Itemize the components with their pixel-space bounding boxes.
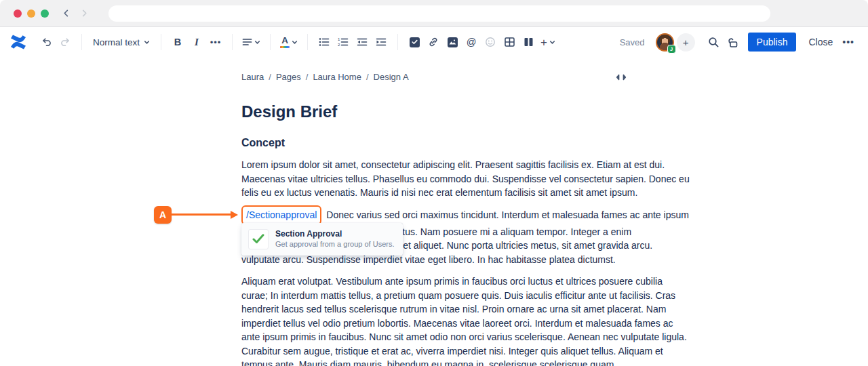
text-color-letter: A <box>281 37 288 45</box>
paragraph-2[interactable]: /SectionapprovalDonec varius sed orci ma… <box>241 205 627 267</box>
slash-command-text: /Sectionapproval <box>246 209 317 220</box>
search-button[interactable] <box>706 33 722 52</box>
confluence-logo-icon[interactable] <box>9 35 27 49</box>
task-list-button[interactable] <box>406 33 422 52</box>
text-color-dropdown[interactable]: A <box>279 33 299 52</box>
bold-button[interactable]: B <box>170 33 186 52</box>
text-line: ante ipsum primis in faucibus. Nunc sit … <box>241 330 627 344</box>
search-icon <box>708 37 719 48</box>
browser-chrome <box>0 0 868 27</box>
text-line: hendrerit lacus sed tellus scelerisque r… <box>241 302 627 317</box>
link-icon <box>428 37 439 47</box>
text-line: felis eu ex luctus venenatis. Mauris id … <box>241 186 627 200</box>
back-icon[interactable] <box>62 9 70 17</box>
checkmark-icon <box>252 234 264 244</box>
breadcrumb-item-laura-home[interactable]: Laura Home <box>313 72 361 82</box>
text-line: imperdiet tellus vel odio pretium lobort… <box>241 317 627 331</box>
chevron-down-icon <box>292 39 298 45</box>
unlocked-icon <box>727 37 738 48</box>
section-approval-icon <box>248 229 269 249</box>
publish-button[interactable]: Publish <box>748 33 797 52</box>
slash-command-highlight[interactable]: /Sectionapproval <box>241 205 321 225</box>
text-line: Maecenas vitae ultricies tellus. Phasell… <box>241 172 627 186</box>
save-status: Saved <box>620 37 645 47</box>
user-avatar[interactable]: J <box>656 33 674 52</box>
indent-button[interactable] <box>373 33 389 52</box>
permissions-button[interactable] <box>725 33 741 52</box>
annotation-arrow-head-icon <box>231 211 238 219</box>
text-line: /SectionapprovalDonec varius sed orci ma… <box>241 205 627 225</box>
breadcrumb-separator: / <box>269 72 271 82</box>
breadcrumb-item-laura[interactable]: Laura <box>241 72 264 82</box>
breadcrumb-separator: / <box>366 72 369 82</box>
undo-button[interactable] <box>38 33 54 52</box>
chevron-down-icon <box>254 39 260 45</box>
color-swatch-bar <box>280 46 290 48</box>
window-controls <box>14 9 49 18</box>
layouts-icon <box>524 37 534 47</box>
redo-button <box>57 33 73 52</box>
more-formatting-button[interactable]: ••• <box>208 33 224 52</box>
breadcrumb-separator: / <box>306 72 309 82</box>
app-window: Normal text B I ••• A 12 <box>0 0 868 366</box>
image-button[interactable] <box>444 33 460 52</box>
numbered-list-button[interactable]: 12 <box>335 33 351 52</box>
annotation-a-label: A <box>154 206 172 224</box>
editor-content: Laura / Pages / Laura Home / Design A De… <box>0 57 868 366</box>
chevron-down-icon <box>144 39 150 45</box>
paragraph-3[interactable]: Aliquam erat volutpat. Vestibulum ante i… <box>241 274 627 366</box>
popup-item-description: Get approval from a group of Users. <box>275 239 394 249</box>
close-editor-button[interactable]: Close <box>803 33 838 52</box>
annotation-arrow-line <box>172 214 231 216</box>
text-line: curae; In interdum mattis tellus, a pret… <box>241 289 627 303</box>
text-line: Curabitur sem augue, tristique et erat a… <box>241 344 627 359</box>
chevron-down-icon <box>549 39 555 45</box>
link-button[interactable] <box>425 33 441 52</box>
address-bar[interactable] <box>108 5 770 22</box>
plus-icon: + <box>540 37 547 48</box>
alignment-dropdown[interactable] <box>241 33 262 52</box>
text-style-value: Normal text <box>93 37 140 47</box>
minimize-window-button[interactable] <box>27 9 35 18</box>
zoom-window-button[interactable] <box>41 9 49 18</box>
section-heading[interactable]: Concept <box>241 136 627 150</box>
svg-text:2: 2 <box>338 43 340 47</box>
text-style-dropdown[interactable]: Normal text <box>90 33 153 52</box>
breadcrumb-item-pages[interactable]: Pages <box>276 72 301 82</box>
close-window-button[interactable] <box>14 9 22 18</box>
mention-button[interactable]: @ <box>463 33 479 52</box>
insert-dropdown[interactable]: + <box>539 33 557 52</box>
add-collaborator-button[interactable]: + <box>677 33 695 52</box>
table-button[interactable] <box>501 33 517 52</box>
table-icon <box>505 37 515 47</box>
breadcrumb: Laura / Pages / Laura Home / Design A <box>241 57 627 82</box>
svg-text:1: 1 <box>338 37 340 41</box>
editor-toolbar: Normal text B I ••• A 12 <box>0 27 868 57</box>
emoji-icon <box>485 37 496 47</box>
slash-command-popup[interactable]: Section Approval Get approval from a gro… <box>241 223 403 256</box>
forward-icon <box>81 9 88 17</box>
italic-button[interactable]: I <box>189 33 205 52</box>
avatar-status-badge: J <box>667 45 676 54</box>
outdent-button[interactable] <box>354 33 370 52</box>
breadcrumb-item-design-a[interactable]: Design A <box>374 72 409 82</box>
text-line: Lorem ipsum dolor sit amet, consectetur … <box>241 158 627 172</box>
popup-item-title: Section Approval <box>275 229 394 239</box>
page-title[interactable]: Design Brief <box>241 102 627 122</box>
text-run: Donec varius sed orci maximus tincidunt.… <box>326 209 689 220</box>
layouts-button[interactable] <box>520 33 536 52</box>
bullet-list-button[interactable] <box>316 33 332 52</box>
align-left-icon <box>242 37 252 47</box>
annotation-a: A <box>154 206 238 224</box>
task-checkbox-icon <box>410 37 420 47</box>
expand-width-icon[interactable] <box>616 74 627 81</box>
more-actions-button[interactable]: ••• <box>838 37 859 47</box>
paragraph-1[interactable]: Lorem ipsum dolor sit amet, consectetur … <box>241 158 627 200</box>
image-icon <box>448 37 458 47</box>
text-line: tempus ante. Mauris diam mauris, bibendu… <box>241 358 627 366</box>
text-line: Aliquam erat volutpat. Vestibulum ante i… <box>241 274 627 289</box>
emoji-button[interactable] <box>482 33 498 52</box>
